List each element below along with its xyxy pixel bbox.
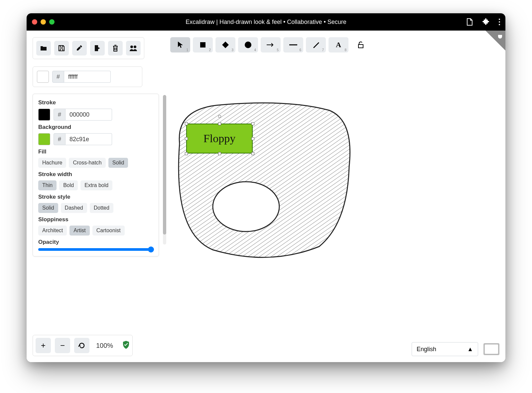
fill-hachure[interactable]: Hachure [38,158,66,168]
scrollbar-thumb[interactable] [163,95,166,235]
opacity-slider[interactable] [38,248,153,251]
more-icon[interactable] [499,18,500,26]
hash-label: # [52,71,64,83]
sel-handle-se[interactable] [251,152,254,155]
stroke-hex-input[interactable] [66,109,112,121]
file-toolbar [33,37,144,59]
shape-toolbar: 1 2 3 4 5 6 7 A8 [170,37,368,52]
stroke-swatch[interactable] [38,109,50,121]
svg-point-6 [245,42,251,48]
stroke-style-label: Stroke style [38,194,153,200]
language-value: English [417,346,436,353]
panel-scrollbar[interactable] [163,95,166,245]
sl-cartoonist[interactable]: Cartoonist [92,226,125,236]
ss-solid[interactable]: Solid [38,203,58,213]
title-bar: Excalidraw | Hand-drawn look & feel • Co… [27,13,505,31]
stroke-width-label: Stroke width [38,171,153,178]
floppy-text: Floppy [203,132,235,145]
save-button[interactable] [54,41,69,55]
extension-icon[interactable] [482,18,489,26]
fill-options: Hachure Cross-hatch Solid [38,158,153,168]
svg-point-1 [499,21,500,23]
svg-point-3 [130,46,133,48]
clear-button[interactable] [72,41,87,55]
ss-dashed[interactable]: Dashed [61,203,87,213]
hash-label: # [54,109,66,121]
zoom-value: 100% [96,342,113,349]
maximize-window-icon[interactable] [49,19,55,25]
traffic-lights [32,19,55,25]
background-swatch[interactable] [38,133,50,145]
open-button[interactable] [36,41,51,55]
ss-dotted[interactable]: Dotted [90,203,113,213]
lock-button[interactable] [353,37,368,52]
sel-handle-nw[interactable] [185,122,188,125]
zoom-out-button[interactable]: − [55,338,70,353]
tool-diamond[interactable]: 3 [215,37,235,52]
language-select[interactable]: English ▲ [412,342,478,356]
tool-rectangle[interactable]: 2 [193,37,213,52]
sl-artist[interactable]: Artist [69,226,89,236]
sw-bold[interactable]: Bold [59,180,78,190]
tool-selection[interactable]: 1 [170,37,190,52]
chevron-up-icon: ▲ [467,346,473,353]
svg-point-2 [499,24,500,25]
stroke-style-options: Solid Dashed Dotted [38,203,153,213]
sw-thin[interactable]: Thin [38,180,57,190]
plug-icon[interactable] [497,33,503,41]
svg-point-9 [213,182,279,232]
svg-point-0 [499,19,500,20]
app-body: # 1 2 3 4 5 6 7 A8 Stroke # Background [27,31,505,362]
sel-handle-w[interactable] [185,137,188,140]
file-icon[interactable] [466,18,473,26]
canvas-hex-input[interactable] [64,71,111,83]
tool-ellipse[interactable]: 4 [238,37,258,52]
stroke-width-options: Thin Bold Extra bold [38,180,153,190]
app-window: Excalidraw | Hand-drawn look & feel • Co… [27,13,505,362]
floppy-rect[interactable]: Floppy [186,124,253,153]
svg-point-4 [134,46,136,48]
tool-arrow[interactable]: 5 [261,37,281,52]
property-panel: Stroke # Background # Fill Hachure Cross… [33,94,159,256]
title-bar-icons [466,18,500,26]
tool-text[interactable]: A8 [329,37,348,52]
zoom-in-button[interactable]: + [36,338,51,353]
sw-extrabold[interactable]: Extra bold [80,180,112,190]
sloppiness-options: Architect Artist Cartoonist [38,226,153,236]
collaborate-button[interactable] [126,41,141,55]
sel-handle-s[interactable] [218,152,221,155]
zoom-toolbar: + − 100% [33,335,133,356]
bottom-right-controls: English ▲ [412,342,499,356]
rotate-handle[interactable] [218,115,221,118]
export-button[interactable] [90,41,105,55]
sel-handle-sw[interactable] [185,152,188,155]
sel-handle-e[interactable] [251,137,254,140]
sloppiness-label: Sloppiness [38,216,153,223]
opacity-thumb[interactable] [148,246,154,252]
stroke-label: Stroke [38,99,153,106]
tool-line[interactable]: 6 [283,37,303,52]
sel-handle-n[interactable] [218,122,221,125]
canvas-area[interactable]: Floppy [170,100,356,263]
tool-draw[interactable]: 7 [306,37,326,52]
svg-rect-5 [200,42,205,48]
canvas-color-box: # [33,66,142,87]
keyboard-icon[interactable] [483,343,499,355]
zoom-reset-button[interactable] [74,338,89,353]
fill-solid[interactable]: Solid [108,158,128,168]
hash-label: # [54,133,66,145]
window-title: Excalidraw | Hand-drawn look & feel • Co… [27,19,505,26]
minimize-window-icon[interactable] [41,19,46,25]
close-window-icon[interactable] [32,19,37,25]
sl-architect[interactable]: Architect [38,226,67,236]
background-label: Background [38,124,153,131]
canvas-color-swatch[interactable] [37,71,49,83]
sel-handle-ne[interactable] [251,122,254,125]
fill-crosshatch[interactable]: Cross-hatch [69,158,105,168]
fill-label: Fill [38,148,153,155]
background-hex-input[interactable] [66,133,112,145]
shield-icon [122,341,130,350]
trash-button[interactable] [108,41,123,55]
opacity-label: Opacity [38,239,153,246]
